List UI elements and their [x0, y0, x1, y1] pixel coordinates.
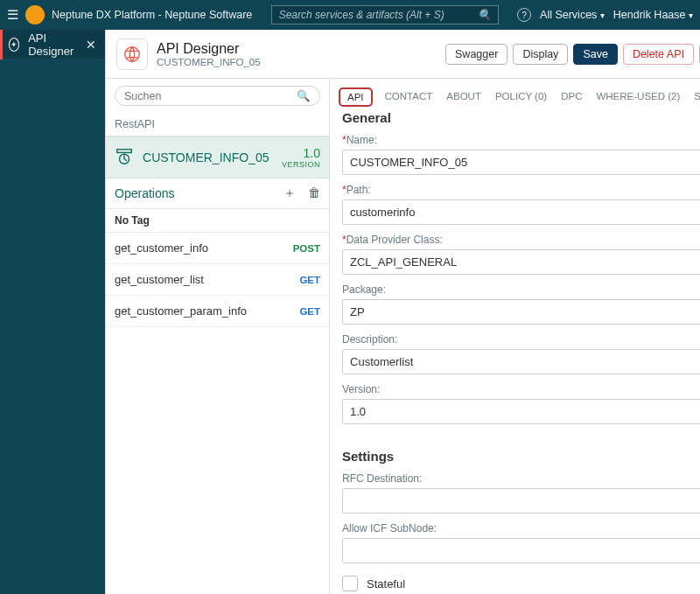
api-card-version: 1.0 [282, 146, 320, 160]
search-icon: 🔍 [478, 9, 491, 21]
help-icon[interactable]: ? [517, 8, 531, 22]
page-title: API Designer [157, 41, 261, 57]
user-menu[interactable]: Hendrik Haase ▾ [613, 9, 693, 21]
list-search[interactable]: Suchen 🔍 [115, 86, 320, 106]
tab-contact[interactable]: CONTACT [383, 87, 435, 107]
name-input[interactable] [342, 150, 700, 175]
api-designer-header-icon [116, 38, 148, 70]
detail-panel: APICONTACTABOUTPOLICY (0)DPCWHERE-USED (… [330, 79, 700, 594]
left-nav: ✦ API Designer ✕ [0, 30, 105, 594]
search-icon: 🔍 [297, 89, 311, 102]
api-card-version-label: VERSION [282, 160, 320, 169]
delete-api-button[interactable]: Delete API [623, 44, 694, 65]
tab-swagger[interactable]: SWAGGER [692, 87, 700, 107]
tab-about[interactable]: ABOUT [444, 87, 483, 107]
svg-rect-1 [117, 149, 132, 152]
general-section-title: General [342, 110, 700, 125]
list-panel: Suchen 🔍 RestAPI CUSTOMER_INFO_05 1.0 VE… [106, 79, 330, 594]
svg-point-0 [125, 46, 140, 61]
close-icon[interactable]: ✕ [86, 38, 96, 52]
stateful-checkbox[interactable] [342, 576, 358, 591]
icf-label: Allow ICF SubNode: [342, 522, 700, 535]
api-card-title: CUSTOMER_INFO_05 [143, 150, 273, 164]
operation-row[interactable]: get_customer_param_infoGET [106, 296, 329, 327]
operation-name: get_customer_list [115, 273, 204, 286]
description-label: Description: [342, 333, 700, 346]
name-label: *Name: [342, 134, 700, 146]
list-search-placeholder: Suchen [124, 90, 161, 102]
package-input[interactable] [342, 299, 700, 325]
tab-where-used-2-[interactable]: WHERE-USED (2) [594, 87, 682, 107]
dpc-input[interactable] [342, 249, 700, 275]
menu-icon[interactable]: ☰ [7, 7, 18, 23]
stateful-label: Stateful [367, 577, 405, 591]
operations-header: Operations ＋ 🗑 [106, 178, 329, 209]
active-accent [0, 30, 3, 59]
operation-name: get_customer_info [115, 241, 208, 255]
all-services-menu[interactable]: All Services ▾ [540, 9, 605, 21]
rfc-input[interactable] [342, 488, 700, 514]
path-input[interactable] [342, 199, 700, 225]
dpc-label: *Data Provider Class: [342, 234, 700, 246]
nav-item-api-designer[interactable]: ✦ API Designer ✕ [0, 30, 105, 59]
path-label: *Path: [342, 184, 700, 196]
operation-row[interactable]: get_customer_infoPOST [106, 233, 329, 264]
operation-row[interactable]: get_customer_listGET [106, 264, 329, 296]
operations-title: Operations [115, 186, 174, 200]
operation-method: GET [299, 275, 320, 285]
brand-avatar [25, 5, 45, 24]
delete-operation-icon[interactable]: 🗑 [308, 185, 320, 201]
add-operation-icon[interactable]: ＋ [284, 185, 296, 201]
display-button[interactable]: Display [513, 44, 568, 65]
global-search-placeholder: Search services & artifacts (Alt + S) [279, 9, 444, 21]
operation-method: POST [293, 243, 320, 254]
version-label: Version: [342, 383, 700, 395]
page-subtitle: CUSTOMER_INFO_05 [157, 57, 261, 67]
chevron-down-icon: ▾ [689, 10, 693, 20]
top-bar: ☰ Neptune DX Platform - Neptune Software… [0, 0, 700, 30]
icf-input[interactable] [342, 538, 700, 563]
platform-title: Neptune DX Platform - Neptune Software [52, 9, 252, 21]
global-search[interactable]: Search services & artifacts (Alt + S) 🔍 [271, 5, 499, 24]
tab-dpc[interactable]: DPC [559, 87, 584, 107]
tab-api[interactable]: API [339, 87, 373, 107]
api-card-icon [115, 147, 134, 169]
api-designer-icon: ✦ [9, 38, 19, 52]
restapi-label: RestAPI [106, 113, 329, 136]
tab-policy-0-[interactable]: POLICY (0) [494, 87, 549, 107]
api-card[interactable]: CUSTOMER_INFO_05 1.0 VERSION [106, 136, 329, 178]
save-button[interactable]: Save [573, 44, 618, 65]
detail-tabs: APICONTACTABOUTPOLICY (0)DPCWHERE-USED (… [330, 79, 700, 107]
header-strip: API Designer CUSTOMER_INFO_05 Swagger Di… [106, 30, 700, 79]
nav-item-label: API Designer [28, 31, 77, 58]
description-input[interactable] [342, 349, 700, 374]
rfc-label: RFC Destination: [342, 472, 700, 485]
package-label: Package: [342, 283, 700, 296]
no-tag-label: No Tag [106, 209, 329, 233]
swagger-button[interactable]: Swagger [445, 44, 508, 65]
settings-section-title: Settings [342, 449, 700, 464]
header-text: API Designer CUSTOMER_INFO_05 [157, 41, 261, 67]
version-input[interactable] [342, 399, 700, 424]
operation-method: GET [299, 306, 320, 317]
chevron-down-icon: ▾ [600, 10, 605, 20]
operation-name: get_customer_param_info [115, 304, 247, 318]
